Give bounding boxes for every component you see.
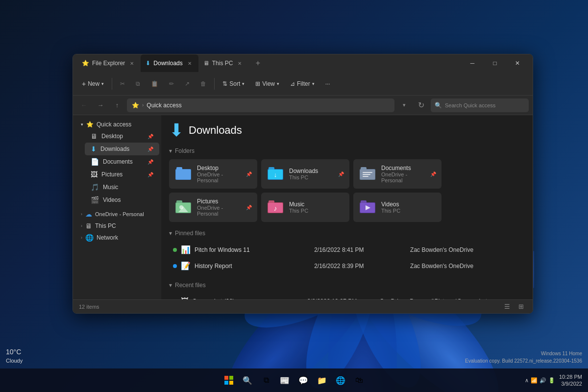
folder-music[interactable]: ♪ Music This PC xyxy=(261,193,349,222)
new-tab-button[interactable]: + xyxy=(250,56,265,71)
pitch-icon: 📊 xyxy=(181,245,191,254)
search-box[interactable]: 🔍 Search Quick access xyxy=(431,98,529,112)
recent-files-header[interactable]: ▾ Recent files xyxy=(169,282,525,289)
sort-button[interactable]: ⇅ Sort ▾ xyxy=(218,77,249,90)
downloads-hero-icon: ⬇ xyxy=(169,120,184,141)
sidebar-item-music[interactable]: 🎵 Music xyxy=(85,181,159,194)
downloads-icon: ⬇ xyxy=(91,145,97,153)
quick-access-label: Quick access xyxy=(97,121,131,128)
grid-view-button[interactable]: ⊞ xyxy=(515,301,527,312)
cut-button[interactable]: ✂ xyxy=(115,77,130,90)
sidebar-item-videos[interactable]: 🎬 Videos xyxy=(85,194,159,206)
address-path[interactable]: ⭐ › Quick access xyxy=(127,98,394,112)
close-button[interactable]: ✕ xyxy=(506,54,529,72)
rename-button[interactable]: ✏ xyxy=(164,77,179,90)
up-button[interactable]: ↑ xyxy=(110,98,124,112)
tab-downloads[interactable]: ⬇ Downloads ✕ xyxy=(141,54,198,72)
start-button[interactable] xyxy=(221,372,237,388)
teams-button[interactable]: 💬 xyxy=(295,372,311,388)
filter-icon: ⊿ xyxy=(290,80,295,87)
taskbar-right: ∧ 📶 🔊 🔋 10:28 PM 3/9/2022 xyxy=(525,373,582,388)
edge-button[interactable]: 🌐 xyxy=(333,372,348,388)
view-button[interactable]: ⊞ View ▾ xyxy=(250,77,284,90)
recent-file-row-0[interactable]: 🖼 Screenshot (26) 3/9/2022 10:27 PM OneD… xyxy=(169,294,525,299)
tab-this-pc-close[interactable]: ✕ xyxy=(236,59,244,67)
more-button[interactable]: ··· xyxy=(320,77,335,90)
pinned-files-header[interactable]: ▾ Pinned files xyxy=(169,230,525,237)
toolbar-sep-1 xyxy=(112,78,112,90)
sidebar-item-documents[interactable]: 📄 Documents 📌 xyxy=(85,155,159,168)
folder-downloads[interactable]: ↓ Downloads This PC 📌 xyxy=(261,159,349,189)
minimize-button[interactable]: ─ xyxy=(461,54,484,72)
sidebar-quick-access-header[interactable]: ▾ ⭐ Quick access xyxy=(75,119,159,130)
pinned-file-1-date: 2/16/2022 8:39 PM xyxy=(310,258,406,274)
folder-pictures-name: Pictures xyxy=(197,198,241,205)
pinned-files-table: 📊 Pitch for Windows 11 2/16/2022 8:41 PM… xyxy=(169,242,525,274)
downloads-hero: ⬇ Downloads xyxy=(169,120,525,141)
sidebar-thispc-header[interactable]: › 🖥 This PC xyxy=(75,220,159,232)
delete-icon: 🗑 xyxy=(200,80,206,87)
view-icon: ⊞ xyxy=(255,80,260,87)
delete-button[interactable]: 🗑 xyxy=(196,77,211,90)
folders-section-header[interactable]: ▾ Folders xyxy=(169,147,525,154)
path-dropdown[interactable]: ▾ xyxy=(397,98,411,112)
videos-icon: 🎬 xyxy=(91,196,99,204)
main-content: ▾ ⭐ Quick access 🖥 Desktop 📌 ⬇ Downloads… xyxy=(73,115,533,299)
task-view-button[interactable]: ⧉ xyxy=(258,372,274,388)
quick-access-items: 🖥 Desktop 📌 ⬇ Downloads 📌 📄 Documents 📌 … xyxy=(73,130,161,206)
svg-rect-20 xyxy=(176,170,191,179)
folder-documents-sub: OneDrive - Personal xyxy=(381,172,425,183)
folder-videos[interactable]: Videos This PC xyxy=(353,193,441,222)
sidebar-item-pictures[interactable]: 🖼 Pictures 📌 xyxy=(85,168,159,181)
search-placeholder: Search Quick access xyxy=(445,102,495,108)
folder-downloads-info: Downloads This PC xyxy=(289,168,333,180)
folder-videos-info: Videos This PC xyxy=(381,201,436,214)
forward-button[interactable]: → xyxy=(94,98,107,112)
maximize-button[interactable]: □ xyxy=(484,54,506,72)
up-arrow-icon[interactable]: ∧ xyxy=(525,377,529,384)
folder-music-sub: This PC xyxy=(289,208,344,214)
tab-this-pc[interactable]: 🖥 This PC ✕ xyxy=(198,54,249,72)
filter-button[interactable]: ⊿ Filter ▾ xyxy=(285,77,319,90)
back-button[interactable]: ← xyxy=(77,98,91,112)
sidebar-item-downloads[interactable]: ⬇ Downloads 📌 xyxy=(85,143,159,155)
store-button[interactable]: 🛍 xyxy=(351,372,367,388)
sidebar-videos-label: Videos xyxy=(103,196,121,203)
search-button[interactable]: 🔍 xyxy=(240,372,255,388)
sidebar-documents-label: Documents xyxy=(103,158,133,165)
folder-desktop[interactable]: Desktop OneDrive - Personal 📌 xyxy=(169,159,257,189)
copy-button[interactable]: ⧉ xyxy=(131,77,145,90)
view-dropdown-icon: ▾ xyxy=(277,81,279,86)
pinned-file-1-location: Zac Bowden's OneDrive xyxy=(406,258,525,274)
this-pc-tab-icon: 🖥 xyxy=(203,60,209,67)
list-view-button[interactable]: ☰ xyxy=(501,301,513,312)
path-chevron: › xyxy=(142,102,144,108)
sort-icon: ⇅ xyxy=(222,80,227,87)
clock[interactable]: 10:28 PM 3/9/2022 xyxy=(559,373,582,388)
svg-rect-45 xyxy=(229,376,233,380)
share-button[interactable]: ↗ xyxy=(180,77,195,90)
file-explorer-taskbar[interactable]: 📁 xyxy=(314,372,330,388)
folder-documents[interactable]: Documents OneDrive - Personal 📌 xyxy=(353,159,441,189)
path-star-icon: ⭐ xyxy=(132,102,139,109)
tab-downloads-close[interactable]: ✕ xyxy=(186,59,194,67)
volume-icon: 🔊 xyxy=(539,377,546,384)
pinned-file-row-1[interactable]: 📝 History Report 2/16/2022 8:39 PM Zac B… xyxy=(169,258,525,274)
new-button[interactable]: + New ▾ xyxy=(77,77,109,91)
refresh-button[interactable]: ↻ xyxy=(414,98,428,112)
title-bar: ⭐ File Explorer ✕ ⬇ Downloads ✕ 🖥 This P… xyxy=(73,54,533,72)
new-icon: + xyxy=(82,80,86,88)
sidebar-item-desktop[interactable]: 🖥 Desktop 📌 xyxy=(85,130,159,143)
widgets-button[interactable]: 📰 xyxy=(277,372,293,388)
sidebar-network-header[interactable]: › 🌐 Network xyxy=(75,232,159,244)
folder-videos-sub: This PC xyxy=(381,208,436,214)
paste-button[interactable]: 📋 xyxy=(146,77,163,90)
folder-downloads-name: Downloads xyxy=(289,168,333,174)
share-icon: ↗ xyxy=(185,80,190,87)
tab-file-explorer-close[interactable]: ✕ xyxy=(128,59,136,67)
pinned-file-row-0[interactable]: 📊 Pitch for Windows 11 2/16/2022 8:41 PM… xyxy=(169,242,525,258)
sidebar-onedrive-header[interactable]: › ☁ OneDrive - Personal xyxy=(75,208,159,220)
more-icon: ··· xyxy=(325,80,330,87)
tab-file-explorer[interactable]: ⭐ File Explorer ✕ xyxy=(77,54,141,72)
folder-pictures[interactable]: Pictures OneDrive - Personal 📌 xyxy=(169,193,257,222)
